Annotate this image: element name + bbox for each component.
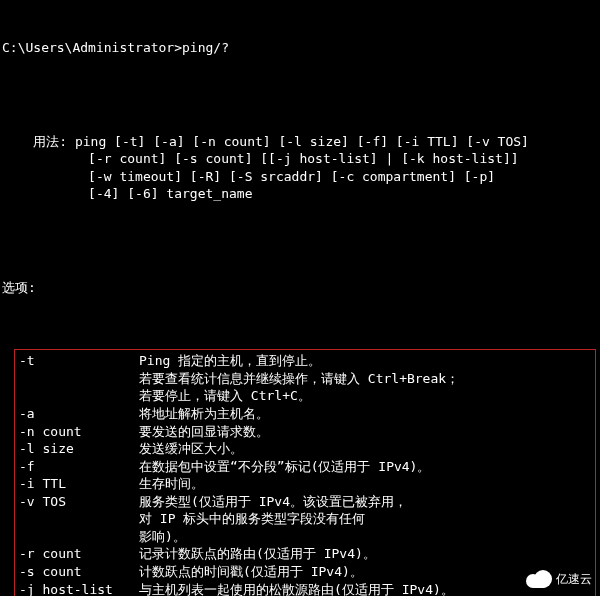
usage-line-1: [-r count] [-s count] [[-j host-list] | … — [49, 151, 519, 166]
option-flag: -j host-list — [19, 581, 139, 597]
cloud-icon — [526, 570, 552, 588]
option-desc: 影响)。 — [139, 528, 593, 546]
usage-line-0: ping [-t] [-a] [-n count] [-l size] [-f]… — [75, 134, 529, 149]
usage-block: 用法: ping [-t] [-a] [-n count] [-l size] … — [2, 115, 600, 220]
option-desc: 计数跃点的时间戳(仅适用于 IPv4)。 — [139, 563, 593, 581]
option-row: -s count计数跃点的时间戳(仅适用于 IPv4)。 — [19, 563, 593, 581]
option-desc: 记录计数跃点的路由(仅适用于 IPv4)。 — [139, 545, 593, 563]
usage-line-2: [-w timeout] [-R] [-S srcaddr] [-c compa… — [49, 169, 495, 184]
option-row: -f在数据包中设置“不分段”标记(仅适用于 IPv4)。 — [19, 458, 593, 476]
terminal-output: C:\Users\Administrator>ping/? 用法: ping [… — [0, 0, 600, 596]
options-label: 选项: — [2, 279, 600, 297]
option-row: -i TTL生存时间。 — [19, 475, 593, 493]
option-flag — [19, 370, 139, 388]
option-flag: -v TOS — [19, 493, 139, 511]
option-desc: 发送缓冲区大小。 — [139, 440, 593, 458]
option-row: -r count记录计数跃点的路由(仅适用于 IPv4)。 — [19, 545, 593, 563]
option-flag: -t — [19, 352, 139, 370]
option-row: -l size发送缓冲区大小。 — [19, 440, 593, 458]
watermark-text: 亿速云 — [556, 571, 592, 587]
option-row: -j host-list与主机列表一起使用的松散源路由(仅适用于 IPv4)。 — [19, 581, 593, 597]
option-desc: 将地址解析为主机名。 — [139, 405, 593, 423]
option-row-cont: 对 IP 标头中的服务类型字段没有任何 — [19, 510, 593, 528]
option-flag: -s count — [19, 563, 139, 581]
option-desc: 若要查看统计信息并继续操作，请键入 Ctrl+Break； — [139, 370, 593, 388]
option-flag — [19, 387, 139, 405]
option-flag: -i TTL — [19, 475, 139, 493]
option-row: -v TOS服务类型(仅适用于 IPv4。该设置已被弃用， — [19, 493, 593, 511]
option-desc: 生存时间。 — [139, 475, 593, 493]
option-desc: Ping 指定的主机，直到停止。 — [139, 352, 593, 370]
option-flag — [19, 528, 139, 546]
command-prompt-line: C:\Users\Administrator>ping/? — [2, 39, 600, 57]
usage-label: 用法: — [33, 134, 67, 149]
option-flag: -a — [19, 405, 139, 423]
option-row-cont: 若要停止，请键入 Ctrl+C。 — [19, 387, 593, 405]
option-flag — [19, 510, 139, 528]
option-flag: -r count — [19, 545, 139, 563]
option-flag: -f — [19, 458, 139, 476]
option-row: -tPing 指定的主机，直到停止。 — [19, 352, 593, 370]
option-desc: 与主机列表一起使用的松散源路由(仅适用于 IPv4)。 — [139, 581, 593, 597]
option-row: -n count要发送的回显请求数。 — [19, 423, 593, 441]
usage-line-3: [-4] [-6] target_name — [49, 186, 253, 201]
option-desc: 若要停止，请键入 Ctrl+C。 — [139, 387, 593, 405]
option-row: -a将地址解析为主机名。 — [19, 405, 593, 423]
option-desc: 对 IP 标头中的服务类型字段没有任何 — [139, 510, 593, 528]
option-desc: 要发送的回显请求数。 — [139, 423, 593, 441]
watermark: 亿速云 — [526, 570, 592, 588]
option-row-cont: 若要查看统计信息并继续操作，请键入 Ctrl+Break； — [19, 370, 593, 388]
options-box: -tPing 指定的主机，直到停止。若要查看统计信息并继续操作，请键入 Ctrl… — [14, 349, 596, 596]
option-desc: 在数据包中设置“不分段”标记(仅适用于 IPv4)。 — [139, 458, 593, 476]
option-flag: -n count — [19, 423, 139, 441]
option-flag: -l size — [19, 440, 139, 458]
option-row-cont: 影响)。 — [19, 528, 593, 546]
option-desc: 服务类型(仅适用于 IPv4。该设置已被弃用， — [139, 493, 593, 511]
